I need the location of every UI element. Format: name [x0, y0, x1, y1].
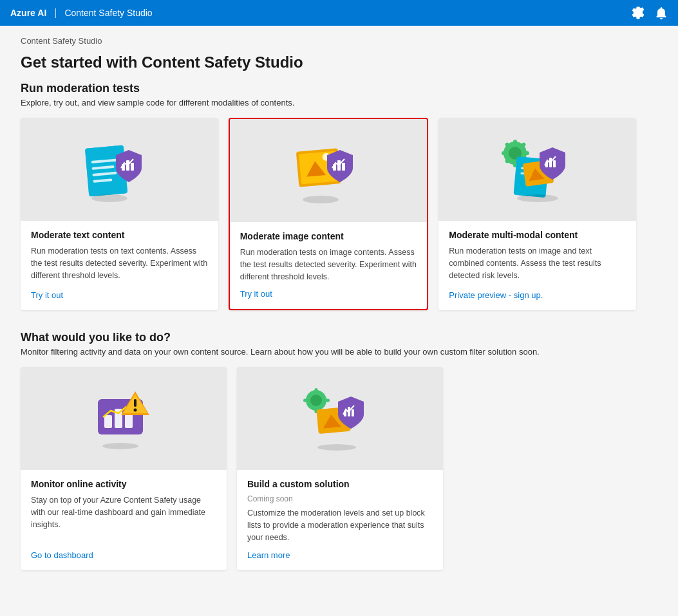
notifications-button[interactable]: [655, 6, 668, 19]
coming-soon-label: Coming soon: [247, 494, 433, 503]
activity-section-title: What would you like to do?: [21, 331, 636, 344]
monitor-card-title: Monitor online activity: [31, 479, 216, 489]
monitor-card-body: Monitor online activity Stay on top of y…: [21, 470, 227, 570]
nav-separator: |: [54, 7, 57, 19]
top-navigation: Azure AI | Content Safety Studio: [0, 0, 678, 26]
svg-rect-37: [553, 160, 556, 167]
svg-rect-51: [303, 399, 309, 402]
svg-rect-49: [315, 388, 318, 394]
text-card-body: Moderate text content Run moderation tes…: [21, 221, 218, 310]
moderation-section-title: Run moderation tests: [21, 82, 636, 95]
custom-card-desc: Customize the moderation levels and set …: [247, 507, 433, 543]
svg-rect-22: [502, 151, 508, 155]
svg-point-46: [134, 409, 137, 412]
image-content-card: Moderate image content Run moderation te…: [229, 118, 429, 310]
main-content: Content Safety Studio Get started with C…: [0, 26, 657, 596]
azure-ai-label[interactable]: Azure AI: [10, 8, 46, 18]
bottom-cards-row: Monitor online activity Stay on top of y…: [21, 367, 636, 570]
studio-name-label: Content Safety Studio: [64, 8, 152, 18]
bell-icon: [655, 6, 668, 19]
svg-rect-39: [104, 415, 112, 428]
svg-rect-9: [131, 163, 134, 171]
moderation-section-subtitle: Explore, try out, and view sample code f…: [21, 98, 636, 107]
multimodal-content-card: Moderate multi-modal content Run moderat…: [438, 118, 636, 310]
breadcrumb: Content Safety Studio: [21, 36, 636, 46]
text-illustration: [80, 131, 158, 208]
svg-rect-23: [523, 151, 529, 155]
multimodal-card-image: [438, 118, 636, 221]
monitor-activity-card: Monitor online activity Stay on top of y…: [21, 367, 227, 570]
monitor-illustration: [85, 380, 162, 457]
image-illustration: [290, 132, 367, 209]
svg-point-48: [310, 395, 322, 406]
multimodal-card-desc: Run moderation tests on image and text c…: [449, 245, 626, 284]
svg-point-34: [517, 194, 558, 202]
multimodal-card-link[interactable]: Private preview - sign up.: [449, 290, 626, 300]
svg-point-6: [91, 194, 127, 202]
svg-rect-20: [513, 140, 517, 146]
image-card-desc: Run moderation tests on image contents. …: [240, 247, 417, 283]
custom-illustration: [298, 380, 382, 457]
gear-icon: [632, 6, 645, 19]
custom-card-link[interactable]: Learn more: [247, 550, 433, 560]
multimodal-card-body: Moderate multi-modal content Run moderat…: [438, 221, 636, 310]
image-card-image: [230, 119, 428, 222]
text-content-card: Moderate text content Run moderation tes…: [21, 118, 218, 310]
custom-card-title: Build a custom solution: [247, 479, 433, 489]
svg-rect-17: [342, 163, 345, 171]
top-cards-row: Moderate text content Run moderation tes…: [21, 118, 636, 310]
image-card-link[interactable]: Try it out: [240, 289, 417, 299]
image-card-body: Moderate image content Run moderation te…: [230, 222, 428, 309]
monitor-card-link[interactable]: Go to dashboard: [31, 550, 216, 560]
svg-rect-59: [352, 409, 354, 416]
svg-rect-52: [324, 399, 330, 402]
custom-card-image: [237, 367, 443, 470]
nav-brand: Azure AI | Content Safety Studio: [10, 7, 153, 19]
settings-button[interactable]: [632, 6, 645, 19]
text-card-link[interactable]: Try it out: [31, 290, 208, 300]
multimodal-illustration: [496, 131, 579, 208]
text-card-desc: Run moderation tests on text contents. A…: [31, 245, 208, 284]
image-card-title: Moderate image content: [240, 231, 417, 241]
custom-card-body: Build a custom solution Coming soon Cust…: [237, 470, 443, 570]
text-card-title: Moderate text content: [31, 230, 208, 240]
svg-rect-45: [134, 399, 137, 407]
custom-solution-card: Build a custom solution Coming soon Cust…: [237, 367, 443, 570]
monitor-card-image: [21, 367, 227, 470]
svg-point-42: [102, 443, 138, 449]
nav-actions: [632, 6, 668, 19]
text-card-image: [21, 118, 218, 221]
svg-point-14: [303, 196, 339, 203]
activity-section-subtitle: Monitor filtering activity and data on y…: [21, 347, 636, 357]
page-title: Get started with Content Safety Studio: [21, 53, 636, 71]
monitor-card-desc: Stay on top of your Azure Content Safety…: [31, 494, 216, 543]
svg-point-56: [317, 444, 356, 451]
multimodal-card-title: Moderate multi-modal content: [449, 230, 626, 240]
